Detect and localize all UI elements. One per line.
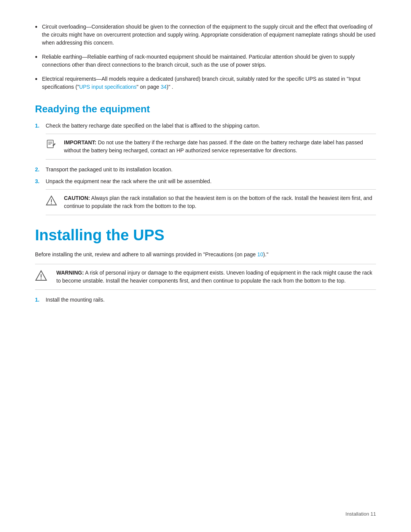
important-label: IMPORTANT: (64, 139, 96, 145)
step-num-2: 2. (35, 166, 46, 174)
caution-icon-svg (46, 195, 57, 206)
step-text-2: Transport the packaged unit to its insta… (46, 166, 172, 174)
installing-step-1: 1. Install the mounting rails. (35, 296, 376, 304)
step-num-1: 1. (35, 122, 46, 130)
svg-point-10 (41, 278, 42, 280)
important-note-box: IMPORTANT: Do not use the battery if the… (46, 134, 376, 160)
readying-steps: 1. Check the battery recharge date speci… (35, 122, 376, 130)
step-num-3: 3. (35, 177, 46, 185)
readying-step-3: 3. Unpack the equipment near the rack wh… (35, 177, 376, 185)
bullet-text-2: Reliable earthing—Reliable earthing of r… (42, 53, 376, 69)
svg-marker-4 (53, 143, 56, 146)
step-text-3: Unpack the equipment near the rack where… (46, 177, 212, 185)
footer-text: Installation 11 (346, 511, 376, 517)
intro-bullet-list: Circuit overloading—Consideration should… (35, 23, 376, 91)
caution-text: CAUTION: Always plan the rack installati… (64, 194, 376, 210)
readying-heading: Readying the equipment (35, 103, 376, 115)
caution-icon (46, 195, 59, 208)
installing-steps: 1. Install the mounting rails. (35, 296, 376, 304)
svg-point-7 (51, 203, 52, 204)
installing-step-num-1: 1. (35, 296, 46, 304)
important-note-text: IMPORTANT: Do not use the battery if the… (64, 139, 376, 155)
warning-icon-svg (35, 270, 47, 282)
caution-label: CAUTION: (64, 195, 90, 201)
ups-input-specs-link[interactable]: UPS input specifications (79, 84, 137, 90)
installing-section: Installing the UPS Before installing the… (35, 227, 376, 304)
page-34-link[interactable]: 34 (161, 84, 167, 90)
installing-heading: Installing the UPS (35, 227, 376, 244)
readying-step-2: 2. Transport the packaged unit to its in… (35, 166, 376, 174)
caution-box: CAUTION: Always plan the rack installati… (46, 189, 376, 215)
bullet-text-3: Electrical requirements—All models requi… (42, 75, 376, 91)
warning-body: A risk of personal injury or damage to t… (56, 270, 372, 284)
warning-box: WARNING: A risk of personal injury or da… (35, 264, 376, 290)
important-body: Do not use the battery if the recharge d… (64, 139, 363, 153)
important-icon (46, 139, 59, 151)
bullet-text-1: Circuit overloading—Consideration should… (42, 23, 376, 47)
bullet-item-3: Electrical requirements—All models requi… (35, 75, 376, 91)
caution-body: Always plan the rack installation so tha… (64, 195, 372, 209)
installing-step-text-1: Install the mounting rails. (46, 296, 105, 304)
warning-icon (35, 270, 52, 283)
svg-rect-0 (47, 140, 53, 148)
page-10-link[interactable]: 10 (257, 251, 263, 257)
page-footer: Installation 11 (346, 511, 376, 517)
step-text-1: Check the battery recharge date specifie… (46, 122, 260, 130)
readying-step-1: 1. Check the battery recharge date speci… (35, 122, 376, 130)
warning-label: WARNING: (56, 270, 84, 276)
warning-text: WARNING: A risk of personal injury or da… (56, 269, 376, 285)
bullet-item-1: Circuit overloading—Consideration should… (35, 23, 376, 47)
important-icon-svg (46, 139, 56, 150)
readying-steps-2-3: 2. Transport the packaged unit to its in… (35, 166, 376, 185)
bullet-item-2: Reliable earthing—Reliable earthing of r… (35, 53, 376, 69)
page: Circuit overloading—Consideration should… (0, 0, 411, 532)
installing-intro: Before installing the unit, review and a… (35, 251, 376, 259)
readying-section: Readying the equipment 1. Check the batt… (35, 103, 376, 215)
